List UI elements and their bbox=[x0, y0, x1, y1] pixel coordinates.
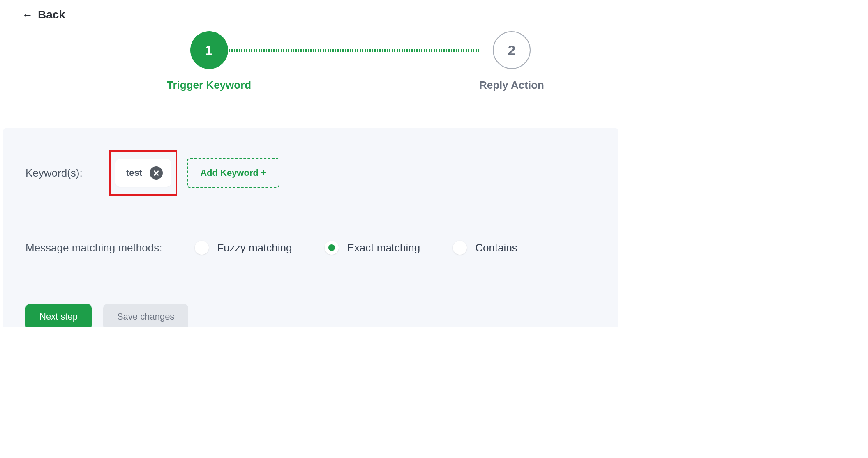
radio-dot bbox=[325, 241, 339, 255]
matching-label: Message matching methods: bbox=[25, 242, 162, 254]
step-label: Trigger Keyword bbox=[167, 79, 251, 92]
radio-dot bbox=[453, 241, 467, 255]
form-card: Keyword(s): test Add Keyword + Message m… bbox=[3, 128, 618, 327]
radio-label: Fuzzy matching bbox=[217, 242, 292, 254]
form-actions: Next step Save changes bbox=[25, 304, 596, 327]
step-number: 2 bbox=[508, 42, 516, 58]
remove-keyword-icon[interactable] bbox=[150, 166, 163, 180]
save-changes-button[interactable]: Save changes bbox=[103, 304, 188, 327]
radio-dot bbox=[195, 241, 209, 255]
matching-row: Message matching methods: Fuzzy matching… bbox=[25, 241, 596, 255]
step-reply-action[interactable]: 2 Reply Action bbox=[479, 31, 544, 92]
arrow-left-icon: ← bbox=[22, 9, 33, 20]
keyword-highlight: test bbox=[109, 150, 177, 196]
step-number-circle: 1 bbox=[190, 31, 228, 69]
next-step-button[interactable]: Next step bbox=[25, 304, 92, 327]
back-label: Back bbox=[38, 8, 65, 21]
radio-label: Contains bbox=[475, 242, 517, 254]
step-label: Reply Action bbox=[479, 79, 544, 92]
step-trigger-keyword[interactable]: 1 Trigger Keyword bbox=[167, 31, 251, 92]
radio-fuzzy-matching[interactable]: Fuzzy matching bbox=[195, 241, 292, 255]
keywords-label: Keyword(s): bbox=[25, 167, 95, 180]
keywords-row: Keyword(s): test Add Keyword + bbox=[25, 150, 596, 196]
stepper: 1 Trigger Keyword 2 Reply Action bbox=[64, 31, 557, 105]
radio-label: Exact matching bbox=[347, 242, 420, 254]
radio-exact-matching[interactable]: Exact matching bbox=[325, 241, 420, 255]
matching-radio-group: Fuzzy matching Exact matching Contains bbox=[195, 241, 517, 255]
keyword-text: test bbox=[126, 168, 142, 178]
back-link[interactable]: ← Back bbox=[0, 0, 65, 21]
step-number: 1 bbox=[205, 42, 213, 58]
radio-contains[interactable]: Contains bbox=[453, 241, 517, 255]
add-keyword-button[interactable]: Add Keyword + bbox=[187, 158, 279, 188]
step-number-circle: 2 bbox=[493, 31, 531, 69]
keyword-chip[interactable]: test bbox=[115, 159, 171, 187]
